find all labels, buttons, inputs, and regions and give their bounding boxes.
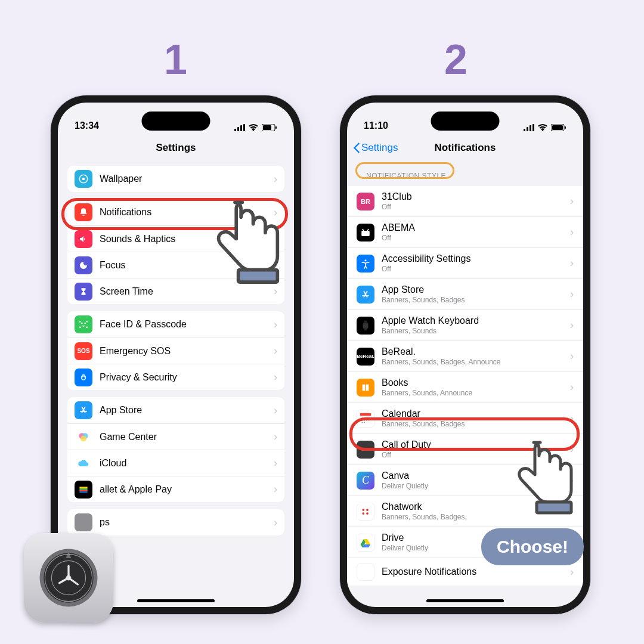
status-icons [234,124,277,131]
svg-rect-30 [360,413,371,416]
row-label: ps [100,516,274,528]
chevron-right-icon: › [274,457,277,469]
wallpaper-icon [75,170,92,188]
app-sub: Banners, Sounds, Badges [382,420,570,429]
section-header-style: NOTIFICATION STYLE [347,161,583,184]
svg-rect-17 [79,491,87,493]
svg-rect-14 [79,487,87,488]
app-sub: Off [382,265,570,274]
app-row-watchkeyboard[interactable]: Apple Watch KeyboardBanners, Sounds › [347,309,583,340]
chevron-right-icon: › [570,350,574,363]
app-icon-abema [357,224,374,242]
row-label: Face ID & Passcode [100,318,274,330]
app-row-abema[interactable]: ABEMAOff › [347,216,583,247]
app-icon-drive [357,534,374,552]
app-row-31club[interactable]: BR 31ClubOff › [347,186,583,216]
row-label: Privacy & Security [100,371,274,383]
app-row-books[interactable]: BooksBanners, Sounds, Announce › [347,371,583,402]
settings-group-wallpaper: Wallpaper › [67,166,284,192]
app-sub: Off [382,203,570,212]
app-title: Exposure Notifications [382,566,570,578]
bell-icon [75,203,92,221]
row-label: App Store [100,404,274,416]
settings-row-gamecenter[interactable]: Game Center › [67,423,284,450]
app-icon-exposure [357,563,374,581]
appstore-icon [75,401,92,419]
app-title: Books [382,377,570,389]
svg-rect-29 [364,329,367,330]
home-indicator [426,599,504,602]
app-icon-31club: BR [357,193,374,210]
nav-back-button[interactable]: Settings [353,142,398,154]
app-row-bereal[interactable]: BeReal. BeReal.Banners, Sounds, Badges, … [347,340,583,371]
app-sub: Banners, Sounds, Badges, Announce [382,358,570,367]
app-sub: Banners, Sounds [382,327,570,336]
svg-rect-18 [524,129,525,131]
settings-row-faceid[interactable]: Face ID & Passcode › [67,311,284,338]
face-icon [75,315,92,333]
svg-rect-1 [237,127,239,131]
settings-row-privacy[interactable]: Privacy & Security › [67,364,284,390]
app-row-accessibility[interactable]: Accessibility SettingsOff › [347,247,583,278]
chevron-left-icon [353,143,360,153]
app-row-appstore[interactable]: App StoreBanners, Sounds, Badges › [347,278,583,309]
svg-rect-23 [552,125,563,130]
settings-row-sos[interactable]: SOS Emergency SOS › [67,338,284,364]
app-icon-bereal: BeReal. [357,348,374,366]
settings-row-appstore[interactable]: App Store › [67,397,284,423]
nav-title: Notifications [435,142,496,154]
status-icons [524,124,566,131]
settings-group-3: Face ID & Passcode › SOS Emergency SOS ›… [67,311,284,390]
hand-icon [75,369,92,386]
svg-point-43 [366,509,369,511]
svg-point-42 [362,509,364,511]
svg-rect-27 [363,322,369,329]
svg-rect-46 [239,270,278,282]
nav-bar: Settings Notifications [347,135,583,161]
svg-point-10 [85,323,85,323]
svg-rect-24 [565,126,566,129]
svg-rect-20 [530,125,531,131]
nav-bar: Settings [58,135,294,161]
app-title: BeReal. [382,346,570,358]
gear-icon [36,545,101,611]
svg-point-45 [366,512,369,515]
cellular-icon [524,124,534,131]
settings-row-wallet[interactable]: allet & Apple Pay › [67,476,284,502]
svg-point-39 [369,419,370,420]
svg-rect-3 [243,124,245,131]
row-label: Emergency SOS [100,345,274,357]
app-icon-chatwork [357,503,374,521]
svg-point-44 [362,512,364,515]
app-icon-books [357,379,374,397]
hand-cursor-2 [506,436,589,526]
settings-row-partial[interactable]: ps › [67,509,284,535]
app-icon-canva: C [357,472,374,490]
chevron-right-icon: › [570,195,574,208]
app-row-calendar[interactable]: CalendarBanners, Sounds, Badges › [347,402,583,434]
svg-point-26 [365,259,367,261]
svg-rect-19 [527,127,528,131]
svg-point-36 [362,419,363,420]
status-time: 11:10 [364,120,388,131]
svg-point-41 [364,422,365,423]
svg-rect-25 [361,231,370,236]
app-title: Accessibility Settings [382,253,570,265]
chevron-right-icon: › [570,257,574,270]
chevron-right-icon: › [570,319,574,332]
home-indicator [137,599,215,602]
chevron-right-icon: › [274,173,277,185]
settings-app-icon [24,533,113,623]
chevron-right-icon: › [274,404,277,417]
svg-rect-0 [234,129,236,131]
svg-point-37 [364,419,365,420]
wallet-icon [75,481,92,499]
chevron-right-icon: › [570,226,574,239]
settings-row-wallpaper[interactable]: Wallpaper › [67,166,284,192]
app-title: ABEMA [382,222,570,234]
svg-point-9 [82,323,82,323]
app-title: App Store [382,284,570,296]
app-sub: Banners, Sounds, Badges [382,296,570,305]
settings-row-icloud[interactable]: iCloud › [67,450,284,476]
app-title: 31Club [382,191,570,203]
